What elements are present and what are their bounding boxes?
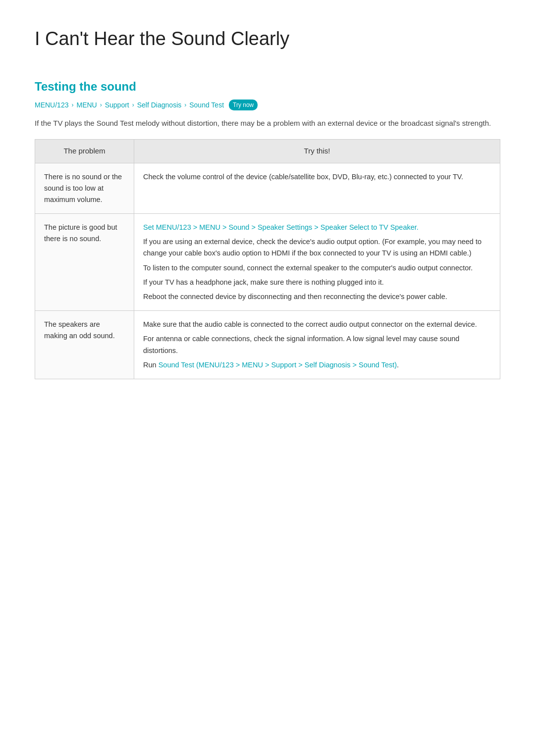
solution-cell-1: Check the volume control of the device (… — [134, 163, 500, 214]
table-header-solution: Try this! — [134, 140, 500, 163]
section-description: If the TV plays the Sound Test melody wi… — [35, 117, 500, 129]
solution-cell-3: Make sure that the audio cable is connec… — [134, 311, 500, 379]
breadcrumb-chevron-3: › — [132, 101, 134, 109]
try-now-badge[interactable]: Try now — [229, 100, 258, 110]
problem-cell-2: The picture is good but there is no soun… — [35, 214, 134, 311]
breadcrumb-selfdiagnosis: Self Diagnosis — [137, 100, 182, 110]
breadcrumb-chevron-1: › — [71, 101, 73, 109]
solution3-link: Sound Test (MENU/123 > MENU > Support > … — [159, 361, 397, 369]
table-header-problem: The problem — [35, 140, 134, 163]
table-row: There is no sound or the sound is too lo… — [35, 163, 500, 214]
section-heading: Testing the sound — [35, 78, 500, 96]
breadcrumb: MENU/123 › MENU › Support › Self Diagnos… — [35, 100, 500, 110]
solution-cell-2: Set MENU/123 > MENU > Sound > Speaker Se… — [134, 214, 500, 311]
breadcrumb-menu: MENU — [76, 100, 97, 110]
breadcrumb-support: Support — [105, 100, 129, 110]
solution2-link: Set MENU/123 > MENU > Sound > Speaker Se… — [143, 223, 419, 231]
problem-cell-1: There is no sound or the sound is too lo… — [35, 163, 134, 214]
troubleshoot-table: The problem Try this! There is no sound … — [35, 139, 500, 379]
page-title: I Can't Hear the Sound Clearly — [35, 25, 500, 58]
problem-cell-3: The speakers are making an odd sound. — [35, 311, 134, 379]
breadcrumb-soundtest: Sound Test — [189, 100, 224, 110]
breadcrumb-menu123: MENU/123 — [35, 100, 68, 110]
breadcrumb-chevron-2: › — [100, 101, 102, 109]
breadcrumb-chevron-4: › — [184, 101, 186, 109]
table-row: The speakers are making an odd sound. Ma… — [35, 311, 500, 379]
table-row: The picture is good but there is no soun… — [35, 214, 500, 311]
